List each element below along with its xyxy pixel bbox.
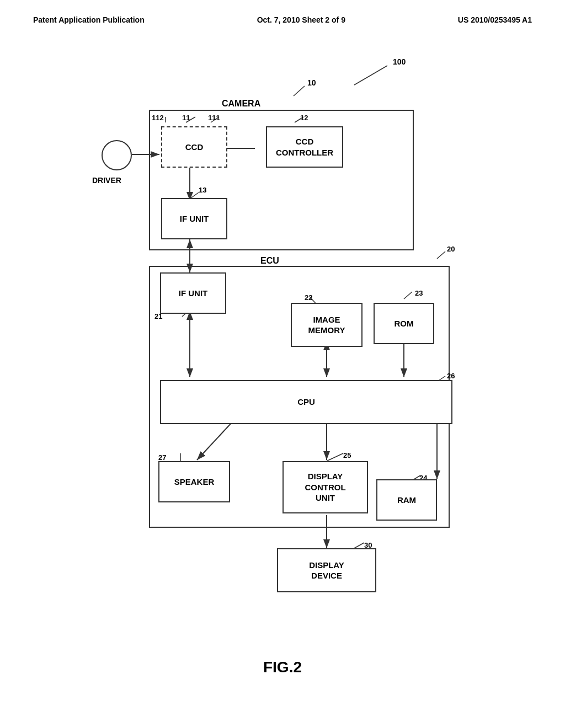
display-device-box: DISPLAY DEVICE xyxy=(277,548,376,592)
ref-112: 112 xyxy=(152,114,164,122)
ref-13: 13 xyxy=(199,186,206,194)
header-right: US 2010/0253495 A1 xyxy=(458,15,532,24)
fig-caption: FIG.2 xyxy=(0,659,565,676)
ref-25: 25 xyxy=(343,451,351,459)
ref-111: 111 xyxy=(208,114,220,122)
ecu-label: ECU xyxy=(260,256,279,266)
ref-22: 22 xyxy=(305,293,312,302)
ref-12: 12 xyxy=(300,114,308,122)
page: Patent Application Publication Oct. 7, 2… xyxy=(0,0,565,728)
ref-26: 26 xyxy=(447,372,455,380)
svg-line-25 xyxy=(437,251,445,259)
ref-27: 27 xyxy=(158,453,166,462)
rom-box: ROM xyxy=(374,303,434,344)
ccd-controller-box: CCD CONTROLLER xyxy=(266,126,343,168)
header-center: Oct. 7, 2010 Sheet 2 of 9 xyxy=(257,15,345,24)
svg-line-23 xyxy=(354,543,364,548)
display-control-box: DISPLAY CONTROL UNIT xyxy=(282,461,368,513)
ccd-box: CCD xyxy=(161,126,227,168)
image-memory-box: IMAGE MEMORY xyxy=(291,303,363,347)
ref-20: 20 xyxy=(447,245,455,253)
ram-box: RAM xyxy=(376,479,437,521)
if-unit-camera-box: IF UNIT xyxy=(161,198,227,239)
svg-line-5 xyxy=(294,86,305,96)
speaker-box: SPEAKER xyxy=(158,461,230,502)
cpu-box: CPU xyxy=(160,380,452,424)
diagram-area: 100 10 CAMERA 112 11 111 12 CCD CCD CONT… xyxy=(62,41,503,647)
if-unit-ecu-box: IF UNIT xyxy=(160,272,226,314)
ref-10: 10 xyxy=(307,78,316,87)
driver-label: DRIVER xyxy=(92,176,121,185)
camera-label: CAMERA xyxy=(222,99,260,109)
driver-circle xyxy=(102,140,132,170)
ref-23: 23 xyxy=(415,289,423,297)
page-header: Patent Application Publication Oct. 7, 2… xyxy=(0,0,565,24)
ref-100: 100 xyxy=(393,57,406,66)
ref-11: 11 xyxy=(182,114,190,122)
svg-line-4 xyxy=(354,66,387,85)
header-left: Patent Application Publication xyxy=(33,15,145,24)
